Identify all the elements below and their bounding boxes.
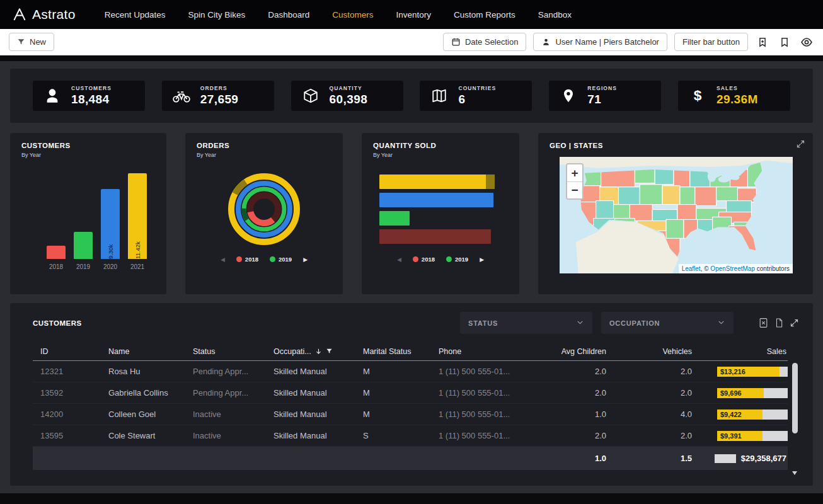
nav-item-spin-city-bikes[interactable]: Spin City Bikes bbox=[188, 10, 245, 20]
user-button[interactable]: User Name | Piers Batchelor bbox=[533, 33, 667, 51]
openstreetmap-link[interactable]: OpenStreetMap bbox=[710, 265, 755, 272]
nav-item-dashboard[interactable]: Dashboard bbox=[268, 10, 309, 20]
panel-title: QUANTITY SOLD bbox=[373, 142, 508, 149]
calendar-icon bbox=[451, 37, 461, 47]
table-row[interactable]: 13595Cole StewartInactiveSkilled ManualS… bbox=[33, 425, 788, 447]
filter-bar-button[interactable]: Filter bar button bbox=[674, 33, 748, 51]
user-badge-icon bbox=[541, 37, 551, 47]
nav-item-custom-reports[interactable]: Custom Reports bbox=[454, 10, 515, 20]
occupation-dropdown[interactable]: OCCUPATION bbox=[601, 312, 734, 334]
totals-avg-children: 1.0 bbox=[519, 454, 607, 463]
bookmark-icon[interactable] bbox=[777, 35, 792, 50]
cell-marital-status: M bbox=[355, 367, 431, 376]
column-header-vehicles[interactable]: Vehicles bbox=[607, 347, 693, 356]
expand-icon[interactable] bbox=[790, 318, 799, 328]
hbar-2021[interactable] bbox=[379, 175, 495, 189]
zoom-in-button[interactable]: + bbox=[567, 164, 582, 181]
cell-vehicles: 4.0 bbox=[607, 410, 693, 419]
leaflet-link[interactable]: Leaflet bbox=[682, 265, 701, 272]
bar-2018[interactable] bbox=[47, 246, 66, 259]
table-row[interactable]: 12321Rosa HuPending Appr...Skilled Manua… bbox=[33, 361, 788, 382]
document-export-icon[interactable] bbox=[774, 318, 783, 328]
column-header-sales[interactable]: Sales bbox=[693, 347, 788, 356]
hbar-2020[interactable] bbox=[379, 193, 493, 207]
column-header-occupati[interactable]: Occupati... bbox=[266, 347, 355, 356]
us-states-map[interactable] bbox=[560, 157, 793, 273]
panel-title: CUSTOMERS bbox=[21, 142, 155, 149]
column-header-id[interactable]: ID bbox=[33, 347, 101, 356]
table-row[interactable]: 13592Gabriella CollinsPending Appr...Ski… bbox=[33, 382, 788, 404]
cell-sales: $9,422 bbox=[693, 410, 788, 420]
zoom-out-button[interactable]: − bbox=[567, 181, 582, 198]
scroll-down-arrow-icon[interactable] bbox=[792, 471, 797, 475]
table-export-icons bbox=[759, 318, 799, 328]
table-header-row: IDNameStatusOccupati...Marital StatusPho… bbox=[33, 342, 788, 361]
nav-item-recent-updates[interactable]: Recent Updates bbox=[105, 10, 166, 20]
status-dropdown[interactable]: STATUS bbox=[460, 312, 592, 334]
new-filter-button[interactable]: New bbox=[9, 33, 54, 51]
folded-map-icon bbox=[430, 88, 449, 104]
excel-export-icon[interactable] bbox=[759, 318, 768, 328]
nav-item-customers[interactable]: Customers bbox=[332, 10, 373, 20]
orders-legend-prev-button[interactable]: ◀ bbox=[221, 256, 225, 263]
nav-item-sandbox[interactable]: Sandbox bbox=[538, 10, 572, 20]
bar-2020[interactable]: 9.30k bbox=[101, 189, 120, 259]
cell-marital-status: M bbox=[355, 410, 431, 419]
filter-bar-button-label: Filter bar button bbox=[682, 37, 740, 47]
quantity-legend-next-button[interactable]: ▶ bbox=[480, 256, 484, 263]
date-selection-label: Date Selection bbox=[465, 37, 519, 47]
column-header-avg-children[interactable]: Avg Children bbox=[519, 347, 607, 356]
cell-name: Gabriella Collins bbox=[101, 388, 185, 398]
bar-2019[interactable] bbox=[74, 232, 93, 259]
column-header-status[interactable]: Status bbox=[185, 347, 266, 356]
quantity-legend-item-2018[interactable]: 2018 bbox=[413, 256, 435, 263]
panel-title: ORDERS bbox=[197, 142, 331, 149]
sales-bar: $9,696 bbox=[717, 388, 788, 398]
orders-donut-chart[interactable] bbox=[217, 162, 311, 256]
cell-vehicles: 2.0 bbox=[607, 367, 693, 376]
table-row[interactable]: 14200Colleen GoelInactiveSkilled ManualM… bbox=[33, 404, 788, 425]
panel-subtitle: By Year bbox=[373, 152, 508, 158]
kpi-value: 27,659 bbox=[200, 93, 239, 106]
customers-table: IDNameStatusOccupati...Marital StatusPho… bbox=[33, 342, 799, 477]
table-scrollbar[interactable] bbox=[792, 362, 798, 477]
sort-descending-icon[interactable] bbox=[315, 348, 322, 355]
table-totals-row: 1.0 1.5 $29,358,677 bbox=[33, 447, 788, 470]
cell-id: 12321 bbox=[33, 367, 101, 376]
orders-legend-next-button[interactable]: ▶ bbox=[303, 256, 308, 263]
cell-avg-children: 2.0 bbox=[519, 367, 607, 376]
cell-sales: $9,696 bbox=[693, 388, 788, 398]
hbar-2018[interactable] bbox=[379, 229, 491, 244]
nav-item-inventory[interactable]: Inventory bbox=[396, 10, 432, 20]
kpi-text: CUSTOMERS18,484 bbox=[71, 85, 112, 106]
quantity-legend-item-2019[interactable]: 2019 bbox=[446, 256, 468, 263]
kpi-card-customers: CUSTOMERS18,484 bbox=[33, 81, 145, 111]
brand-name: Astrato bbox=[32, 7, 76, 22]
bookmark-add-icon[interactable] bbox=[755, 35, 770, 50]
bar-2021[interactable]: 11.42k bbox=[128, 173, 147, 259]
orders-legend-item-2019[interactable]: 2019 bbox=[270, 256, 292, 263]
dollar-icon: $ bbox=[688, 88, 707, 104]
attribution-separator: , © bbox=[701, 265, 711, 272]
axis-label: 2021 bbox=[130, 263, 144, 270]
cell-status: Inactive bbox=[185, 410, 266, 419]
leaflet-map[interactable]: + − Leaflet, © OpenStreetMap contributor… bbox=[560, 157, 793, 273]
column-header-phone[interactable]: Phone bbox=[431, 347, 519, 356]
sales-bar: $13,216 bbox=[717, 367, 788, 377]
map-zoom-control: + − bbox=[566, 163, 584, 200]
column-filter-icon[interactable] bbox=[326, 348, 333, 355]
expand-icon[interactable] bbox=[796, 139, 805, 151]
date-selection-button[interactable]: Date Selection bbox=[443, 33, 527, 51]
eye-icon[interactable] bbox=[799, 35, 814, 50]
quantity-legend-prev-button[interactable]: ◀ bbox=[397, 256, 401, 263]
hbar-2019[interactable] bbox=[379, 211, 410, 226]
cell-id: 13595 bbox=[33, 431, 101, 440]
orders-legend-item-2018[interactable]: 2018 bbox=[236, 256, 258, 263]
column-header-name[interactable]: Name bbox=[101, 347, 185, 356]
brand[interactable]: Astrato bbox=[13, 7, 76, 22]
cell-phone: 1 (11) 500 555-01... bbox=[431, 410, 519, 419]
scrollbar-thumb[interactable] bbox=[792, 363, 798, 433]
column-header-marital-status[interactable]: Marital Status bbox=[355, 347, 431, 356]
totals-vehicles: 1.5 bbox=[607, 454, 693, 463]
quantity-bars bbox=[379, 175, 508, 244]
